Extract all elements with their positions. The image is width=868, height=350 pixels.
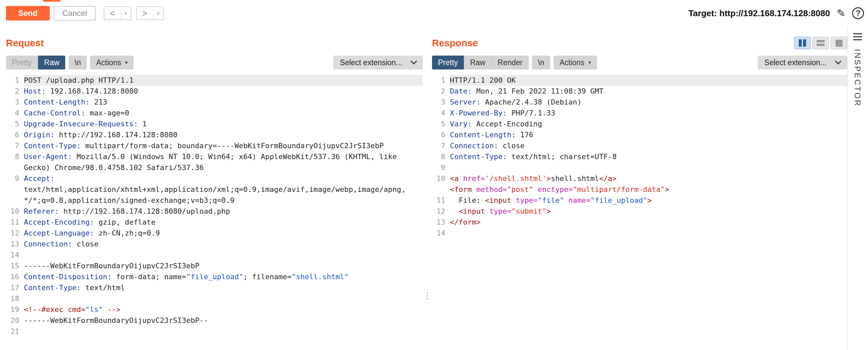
request-code-line[interactable]: 17Content-Type: text/html [6, 282, 423, 293]
columns-icon [799, 39, 802, 47]
request-code-line[interactable]: */*;q=0.8,application/signed-exchange;v=… [6, 195, 423, 206]
request-code-line[interactable]: 21 [6, 326, 423, 337]
inspector-label[interactable]: INSPECTOR [853, 49, 862, 107]
response-actions-menu-button[interactable]: Actions ▾ [554, 56, 597, 69]
line-number: 11 [6, 217, 24, 228]
layout-toggle-group [794, 37, 847, 49]
edit-target-pencil-icon[interactable]: ✎ [837, 7, 845, 20]
cancel-button[interactable]: Cancel [54, 6, 96, 21]
response-code-line: 12 <input type="submit"> [432, 206, 847, 217]
response-select-extension-dropdown[interactable]: Select extension... [758, 56, 847, 69]
response-code-line: 8Content-Type: text/html; charset=UTF-8 [432, 151, 847, 162]
request-tab-newline[interactable]: \n [69, 56, 87, 69]
line-number: 16 [6, 271, 24, 282]
request-code-line[interactable]: 14 [6, 249, 423, 260]
help-icon[interactable]: ? [852, 7, 864, 19]
layout-single-button[interactable] [831, 37, 847, 49]
panel-splitter[interactable]: ⋮ [423, 27, 432, 350]
response-code-line: 6Content-Length: 176 [432, 129, 847, 140]
request-code-line[interactable]: 5Upgrade-Insecure-Requests: 1 [6, 118, 423, 129]
response-panel-header: Response [432, 36, 847, 49]
response-tab-raw[interactable]: Raw [464, 56, 491, 69]
line-number: 14 [432, 228, 450, 239]
request-code-line[interactable]: 19<!--#exec cmd="ls" --> [6, 304, 423, 315]
caret-down-icon: ▾ [125, 60, 128, 66]
layout-rows-button[interactable] [812, 37, 829, 49]
request-code-line[interactable]: 1POST /upload.php HTTP/1.1 [6, 75, 423, 86]
request-tab-pretty[interactable]: Pretty [6, 56, 38, 69]
line-number: 21 [6, 326, 24, 337]
history-forward-button[interactable]: > [136, 6, 153, 20]
actions-label: Actions [560, 58, 584, 67]
line-number: 6 [432, 129, 450, 140]
splitter-handle-icon[interactable]: ⋮ [423, 291, 432, 301]
line-number: 17 [6, 282, 24, 293]
line-number: 13 [6, 239, 24, 249]
response-tab-newline[interactable]: \n [532, 56, 550, 69]
response-tab-pretty[interactable]: Pretty [432, 56, 464, 69]
history-forward-menu-button[interactable]: ▾ [153, 6, 164, 20]
line-number: 12 [6, 228, 24, 239]
line-number: 3 [6, 97, 24, 107]
request-code-line[interactable]: 13Connection: close [6, 239, 423, 249]
line-number [6, 184, 24, 195]
request-code-line[interactable]: 4Cache-Control: max-age=0 [6, 107, 423, 118]
request-code-line[interactable]: Gecko) Chrome/98.0.4758.102 Safari/537.3… [6, 162, 423, 173]
history-forward-group: > ▾ [136, 6, 164, 20]
response-code-line: 14 [432, 228, 847, 239]
line-number: 7 [6, 140, 24, 151]
request-editor[interactable]: 1POST /upload.php HTTP/1.12Host: 192.168… [6, 75, 423, 337]
request-code-line[interactable]: 20------WebKitFormBoundaryOijupvC2JrSI3e… [6, 315, 423, 326]
request-code-line[interactable]: 11Accept-Encoding: gzip, deflate [6, 217, 423, 228]
line-number [6, 162, 24, 173]
request-code-line[interactable]: 7Content-Type: multipart/form-data; boun… [6, 140, 423, 151]
line-number: 8 [6, 151, 24, 162]
line-number: 20 [6, 315, 24, 326]
response-code-line: 2Date: Mon, 21 Feb 2022 11:08:39 GMT [432, 86, 847, 97]
line-number: 9 [432, 162, 450, 173]
request-code-line[interactable]: 3Content-Length: 213 [6, 97, 423, 107]
line-number: 14 [6, 249, 24, 260]
response-code-line: <form method="post" enctype="multipart/f… [432, 184, 847, 195]
line-number: 2 [432, 86, 450, 97]
response-code-line: 11 File: <input type="file" name="file_u… [432, 195, 847, 206]
chevron-down-icon [410, 58, 417, 65]
request-code-line[interactable]: text/html,application/xhtml+xml,applicat… [6, 184, 423, 195]
line-number: 15 [6, 260, 24, 271]
request-actions-menu-button[interactable]: Actions ▾ [90, 56, 133, 69]
send-button[interactable]: Send [6, 6, 50, 21]
line-number: 18 [6, 293, 24, 304]
request-code-line[interactable]: 10Referer: http://192.168.174.128:8080/u… [6, 206, 423, 217]
request-code-line[interactable]: 6Origin: http://192.168.174.128:8080 [6, 129, 423, 140]
response-code-line: 7Connection: close [432, 140, 847, 151]
line-number: 4 [6, 107, 24, 118]
history-back-menu-button[interactable]: ▾ [121, 6, 131, 20]
request-code-line[interactable]: 16Content-Disposition: form-data; name="… [6, 271, 423, 282]
repeater-main-area: Request Pretty Raw \n Actions ▾ Select e… [0, 27, 868, 350]
request-code-line[interactable]: 15------WebKitFormBoundaryOijupvC2JrSI3e… [6, 260, 423, 271]
response-tab-render[interactable]: Render [491, 56, 528, 69]
response-tabs-row: Pretty Raw Render \n Actions ▾ Select ex… [432, 56, 847, 69]
layout-columns-button[interactable] [794, 37, 811, 49]
question-mark-glyph: ? [856, 9, 860, 18]
request-code-line[interactable]: 8User-Agent: Mozilla/5.0 (Windows NT 10.… [6, 151, 423, 162]
line-number: 10 [432, 173, 450, 184]
request-tab-raw[interactable]: Raw [38, 56, 65, 69]
line-number: 11 [432, 195, 450, 206]
history-back-button[interactable]: < [104, 6, 121, 20]
hamburger-menu-icon[interactable] [853, 31, 862, 42]
request-code-line[interactable]: 18 [6, 293, 423, 304]
line-number: 4 [432, 107, 450, 118]
line-number [432, 184, 450, 195]
response-code-line: 1HTTP/1.1 200 OK [432, 75, 847, 86]
request-code-line[interactable]: 9Accept: [6, 173, 423, 184]
single-pane-icon [836, 40, 842, 47]
response-code-line: 9 [432, 162, 847, 173]
rows-icon [817, 40, 825, 46]
line-number: 1 [6, 75, 24, 86]
response-panel: Response Pretty Raw Ren [432, 27, 847, 350]
request-code-line[interactable]: 2Host: 192.168.174.128:8080 [6, 86, 423, 97]
request-select-extension-dropdown[interactable]: Select extension... [333, 56, 423, 69]
request-code-line[interactable]: 12Accept-Language: zh-CN,zh;q=0.9 [6, 228, 423, 239]
repeater-tab-accent [43, 0, 60, 2]
